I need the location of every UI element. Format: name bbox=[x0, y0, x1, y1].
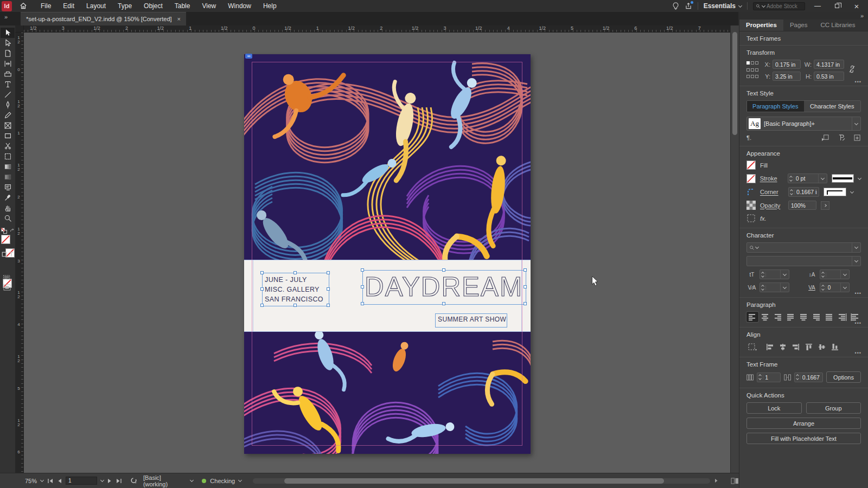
gradient-tool[interactable] bbox=[1, 162, 15, 172]
gap-tool[interactable] bbox=[1, 59, 15, 69]
vertical-scrollbar[interactable] bbox=[730, 25, 739, 473]
selection-handle[interactable] bbox=[260, 304, 264, 307]
selection-handle[interactable] bbox=[524, 268, 527, 272]
selection-handle[interactable] bbox=[260, 287, 264, 291]
learn-lightbulb-icon[interactable] bbox=[672, 2, 679, 10]
x-field[interactable] bbox=[773, 60, 801, 69]
fill-placeholder-button[interactable]: Fill with Placeholder Text bbox=[746, 433, 861, 444]
object-effects-icon[interactable] bbox=[746, 214, 756, 223]
line-tool[interactable] bbox=[1, 89, 15, 100]
document-page[interactable]: ∞ JUNE - JULY MISC. GALLERY SAN FRANCISC… bbox=[244, 54, 531, 454]
corner-style-chevron-icon[interactable] bbox=[850, 189, 854, 193]
selection-handle[interactable] bbox=[361, 268, 364, 272]
character-more-options[interactable]: ••• bbox=[855, 291, 861, 296]
postcard-art-bottom[interactable] bbox=[244, 332, 531, 454]
last-page-button[interactable] bbox=[116, 478, 122, 484]
paragraph-styles-tab[interactable]: Paragraph Styles bbox=[747, 101, 804, 112]
menu-layout[interactable]: Layout bbox=[80, 2, 112, 10]
pen-tool[interactable] bbox=[1, 100, 15, 110]
screen-mode-icon[interactable] bbox=[3, 284, 11, 291]
type-tool[interactable] bbox=[1, 79, 15, 89]
swap-fill-stroke-icon[interactable] bbox=[10, 228, 15, 233]
w-field[interactable] bbox=[814, 60, 844, 69]
pencil-tool[interactable] bbox=[1, 110, 15, 120]
redefine-style-icon[interactable] bbox=[821, 134, 829, 141]
opacity-field[interactable] bbox=[788, 201, 816, 210]
vertical-scrollbar-thumb[interactable] bbox=[732, 32, 737, 135]
paragraph-align-center-icon[interactable] bbox=[760, 312, 771, 322]
arrange-button[interactable]: Arrange bbox=[746, 418, 861, 429]
selection-handle[interactable] bbox=[442, 268, 445, 272]
pilcrow-options-icon[interactable]: ¶. bbox=[746, 134, 751, 141]
align-center-horizontal-icon[interactable] bbox=[777, 342, 789, 352]
paragraph-justify-left-icon[interactable] bbox=[785, 312, 797, 322]
hand-tool[interactable] bbox=[1, 203, 15, 213]
gutter-stepper[interactable] bbox=[794, 373, 823, 382]
page-tool[interactable] bbox=[1, 48, 15, 59]
dock-collapse-icon[interactable]: » bbox=[4, 14, 8, 20]
menu-table[interactable]: Table bbox=[169, 2, 196, 10]
tab-pages[interactable]: Pages bbox=[783, 20, 814, 31]
new-style-icon[interactable] bbox=[854, 134, 861, 141]
eyedropper-tool[interactable] bbox=[1, 192, 15, 203]
document-tab[interactable]: *set-up-a-postcard_END_V2.indd @ 150% [C… bbox=[21, 12, 186, 25]
content-collector-tool[interactable] bbox=[1, 69, 15, 79]
paragraph-align-right-icon[interactable] bbox=[772, 312, 784, 322]
menu-edit[interactable]: Edit bbox=[57, 2, 80, 10]
next-page-button[interactable] bbox=[107, 478, 112, 484]
menu-help[interactable]: Help bbox=[257, 2, 283, 10]
preflight-icon[interactable] bbox=[130, 477, 137, 484]
align-center-vertical-icon[interactable] bbox=[816, 342, 828, 352]
lock-button[interactable]: Lock bbox=[746, 402, 802, 414]
corner-radius-stepper[interactable] bbox=[788, 187, 819, 197]
opacity-label[interactable]: Opacity bbox=[760, 202, 784, 209]
align-right-icon[interactable] bbox=[790, 342, 802, 352]
formatting-container-icon[interactable] bbox=[2, 252, 7, 257]
leading-stepper[interactable] bbox=[820, 269, 850, 279]
h-field[interactable] bbox=[814, 72, 844, 81]
stock-search-box[interactable] bbox=[753, 2, 805, 10]
columns-stepper[interactable] bbox=[757, 373, 780, 382]
ruler-corner[interactable] bbox=[15, 25, 24, 33]
align-more-options[interactable]: ••• bbox=[855, 350, 861, 356]
selection-handle[interactable] bbox=[293, 304, 297, 307]
corner-label[interactable]: Corner bbox=[760, 189, 784, 195]
zoom-tool[interactable] bbox=[1, 213, 15, 223]
menu-view[interactable]: View bbox=[196, 2, 222, 10]
page-chevron-icon[interactable] bbox=[100, 478, 104, 482]
paragraph-justify-center-icon[interactable] bbox=[798, 312, 810, 322]
paragraph-justify-right-icon[interactable] bbox=[810, 312, 822, 322]
paragraph-style-dropdown[interactable]: Ag [Basic Paragraph]+ bbox=[746, 117, 861, 131]
selection-handle[interactable] bbox=[327, 287, 330, 291]
tracking-stepper[interactable] bbox=[820, 282, 850, 292]
font-style-dropdown[interactable] bbox=[746, 256, 861, 266]
paragraph-justify-all-icon[interactable] bbox=[824, 312, 835, 322]
zoom-level[interactable]: 75% bbox=[25, 478, 37, 484]
tab-close-icon[interactable]: × bbox=[177, 16, 181, 22]
text-frame-options-button[interactable]: Options bbox=[826, 371, 861, 383]
style-override-icon[interactable] bbox=[838, 134, 845, 141]
indesign-logo-icon[interactable]: Id bbox=[2, 1, 12, 11]
formatting-text-icon[interactable] bbox=[9, 251, 14, 257]
title-text-frame[interactable]: DAYDREAM bbox=[362, 270, 526, 305]
info-text-frame[interactable]: JUNE - JULY MISC. GALLERY SAN FRANCISCO bbox=[262, 273, 329, 306]
character-styles-tab[interactable]: Character Styles bbox=[804, 101, 861, 112]
constrain-proportions-icon[interactable] bbox=[848, 65, 856, 73]
fx-label[interactable]: fx. bbox=[760, 215, 784, 222]
corner-style-preview[interactable] bbox=[824, 188, 846, 196]
menu-object[interactable]: Object bbox=[138, 2, 169, 10]
scissors-tool[interactable] bbox=[1, 141, 15, 151]
direct-selection-tool[interactable] bbox=[1, 38, 15, 48]
align-bottom-icon[interactable] bbox=[829, 342, 841, 352]
stroke-swatch[interactable] bbox=[746, 174, 756, 183]
align-top-icon[interactable] bbox=[803, 342, 815, 352]
minimize-button[interactable]: — bbox=[810, 1, 825, 11]
stroke-style-chevron-icon[interactable] bbox=[858, 176, 861, 179]
fill-swatch[interactable] bbox=[746, 160, 756, 170]
stroke-weight-stepper[interactable] bbox=[788, 174, 827, 183]
note-tool[interactable] bbox=[1, 182, 15, 192]
horizontal-ruler[interactable]: 1/231/221/211/201/211/221/231/241/251/26… bbox=[24, 25, 730, 33]
align-to-selector[interactable] bbox=[746, 342, 758, 352]
frame-grid-icon[interactable] bbox=[3, 273, 11, 281]
menu-type[interactable]: Type bbox=[112, 2, 138, 10]
